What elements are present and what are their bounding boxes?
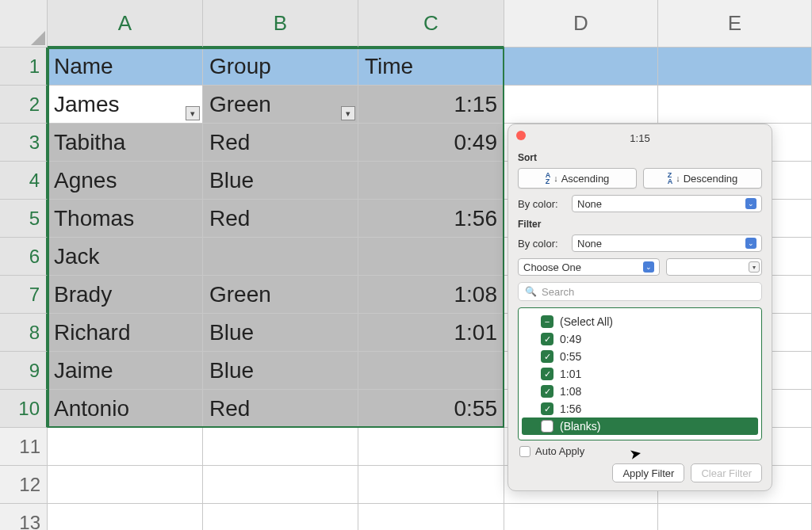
cell[interactable]: James▾ (48, 86, 203, 124)
sort-ascending-button[interactable]: AZ ↓ Ascending (518, 168, 637, 189)
row-header-11[interactable]: 11 (0, 428, 48, 466)
cell[interactable]: Jaime (48, 352, 203, 390)
cell[interactable] (358, 352, 504, 390)
filter-item[interactable]: (Blanks) (522, 418, 758, 435)
row-header-8[interactable]: 8 (0, 314, 48, 352)
cell[interactable]: Jack (48, 238, 203, 276)
checkbox-indeterminate-icon[interactable]: − (541, 315, 553, 328)
clear-filter-button[interactable]: Clear Filter (691, 463, 762, 482)
cell[interactable] (203, 238, 358, 276)
sort-descending-button[interactable]: ZA ↓ Descending (643, 168, 762, 189)
filter-item[interactable]: −(Select All) (522, 313, 758, 330)
row-header-13[interactable]: 13 (0, 504, 48, 530)
auto-apply-checkbox[interactable] (519, 446, 530, 457)
search-placeholder: Search (542, 286, 574, 298)
column-header-a[interactable]: A (48, 0, 203, 48)
filter-item[interactable]: ✓1:01 (522, 365, 758, 383)
cell[interactable] (504, 86, 658, 124)
sort-ascending-label: Ascending (561, 173, 610, 185)
cell[interactable]: Brady (48, 276, 203, 314)
checkbox-checked-icon[interactable]: ✓ (541, 402, 553, 415)
filter-item-label: (Blanks) (560, 420, 600, 433)
cell[interactable]: Richard (48, 314, 203, 352)
row-header-10[interactable]: 10 (0, 390, 48, 428)
row-header-9[interactable]: 9 (0, 352, 48, 390)
row-header-12[interactable]: 12 (0, 466, 48, 504)
filter-dropdown-icon[interactable]: ▾ (186, 106, 200, 120)
row-header-3[interactable]: 3 (0, 124, 48, 162)
checkbox-checked-icon[interactable]: ✓ (541, 350, 553, 363)
row-header-1[interactable]: 1 (0, 48, 48, 86)
cell[interactable]: Agnes (48, 162, 203, 200)
cell[interactable] (203, 428, 358, 466)
filter-condition-select[interactable]: Choose One ⌄ (518, 258, 660, 276)
cell[interactable] (658, 48, 812, 86)
filter-item[interactable]: ✓0:49 (522, 330, 758, 348)
column-header-d[interactable]: D (504, 0, 658, 48)
cell[interactable]: Green▾ (203, 86, 358, 124)
sort-by-color-value: None (577, 198, 602, 210)
filter-item-label: 1:01 (560, 368, 581, 380)
sort-by-color-select[interactable]: None ⌄ (572, 195, 762, 212)
cell[interactable]: Tabitha (48, 124, 203, 162)
checkbox-unchecked-icon[interactable] (541, 420, 553, 433)
cell[interactable] (504, 48, 658, 86)
cell[interactable] (48, 466, 203, 504)
filter-item-label: 0:49 (560, 333, 581, 345)
filter-item[interactable]: ✓0:55 (522, 348, 758, 365)
cell[interactable] (203, 466, 358, 504)
close-icon[interactable] (516, 131, 526, 140)
filter-item[interactable]: ✓1:56 (522, 400, 758, 418)
filter-search-input[interactable]: 🔍 Search (518, 282, 762, 301)
cell[interactable]: Time (358, 48, 504, 86)
cell[interactable]: 0:49 (358, 124, 504, 162)
cell[interactable]: Name (48, 48, 203, 86)
row-header-4[interactable]: 4 (0, 162, 48, 200)
arrow-down-icon: ↓ (553, 173, 558, 183)
cell[interactable] (203, 504, 358, 530)
apply-filter-button[interactable]: Apply Filter (612, 463, 684, 482)
row-header-2[interactable]: 2 (0, 86, 48, 124)
row-header-6[interactable]: 6 (0, 238, 48, 276)
cell[interactable]: Blue (203, 162, 358, 200)
filter-dropdown-icon[interactable]: ▾ (341, 106, 355, 120)
cell[interactable]: Blue (203, 314, 358, 352)
cell[interactable]: Antonio (48, 390, 203, 428)
cell[interactable] (358, 466, 504, 504)
cell[interactable] (358, 428, 504, 466)
cell[interactable] (504, 504, 658, 530)
checkbox-checked-icon[interactable]: ✓ (541, 385, 553, 398)
row-header-5[interactable]: 5 (0, 200, 48, 238)
cell[interactable]: Group (203, 48, 358, 86)
cell[interactable] (358, 504, 504, 530)
cell[interactable] (48, 504, 203, 530)
cell[interactable] (48, 428, 203, 466)
checkbox-checked-icon[interactable]: ✓ (541, 368, 553, 380)
filter-by-color-select[interactable]: None ⌄ (572, 234, 762, 252)
cell[interactable] (658, 86, 812, 124)
cell[interactable] (358, 238, 504, 276)
checkbox-checked-icon[interactable]: ✓ (541, 333, 553, 345)
filter-item-label: 1:08 (560, 385, 581, 398)
column-header-c[interactable]: C (358, 0, 504, 48)
cell[interactable]: 1:56 (358, 200, 504, 238)
cell[interactable]: Red (203, 390, 358, 428)
cell[interactable] (358, 162, 504, 200)
row-header-7[interactable]: 7 (0, 276, 48, 314)
cell[interactable]: 1:15 (358, 86, 504, 124)
cell[interactable] (658, 504, 812, 530)
filter-value-input[interactable]: ▾ (666, 258, 763, 276)
filter-values-list: −(Select All)✓0:49✓0:55✓1:01✓1:08✓1:56(B… (518, 307, 762, 440)
cell[interactable]: 1:01 (358, 314, 504, 352)
column-header-b[interactable]: B (203, 0, 358, 48)
cell[interactable]: Blue (203, 352, 358, 390)
cell[interactable]: Red (203, 200, 358, 238)
cell[interactable]: Thomas (48, 200, 203, 238)
filter-item[interactable]: ✓1:08 (522, 383, 758, 400)
column-header-e[interactable]: E (658, 0, 812, 48)
cell[interactable]: Green (203, 276, 358, 314)
cell[interactable]: 1:08 (358, 276, 504, 314)
select-all-corner[interactable] (0, 0, 48, 48)
cell[interactable]: 0:55 (358, 390, 504, 428)
cell[interactable]: Red (203, 124, 358, 162)
